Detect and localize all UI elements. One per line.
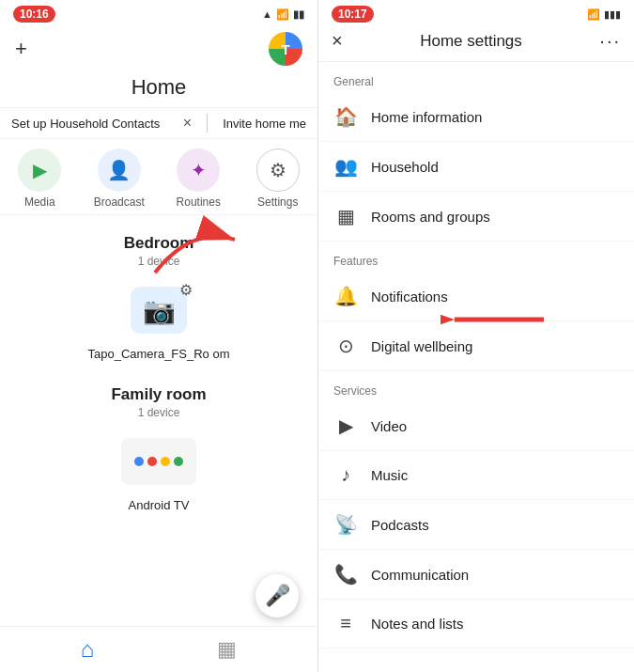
camera-icon: 📷 xyxy=(131,287,187,334)
settings-item-rooms-groups[interactable]: ▦ Rooms and groups xyxy=(318,192,634,242)
settings-item-podcasts[interactable]: 📡 Podcasts xyxy=(318,500,634,550)
battery-icon-right: ▮▮▮ xyxy=(604,8,621,21)
gear-badge-icon: ⚙ xyxy=(179,281,193,299)
communication-icon: 📞 xyxy=(333,563,358,586)
podcasts-text: Podcasts xyxy=(371,517,429,533)
status-icons-right: 📶 ▮▮▮ xyxy=(587,8,621,21)
add-button[interactable]: + xyxy=(15,37,27,61)
content-area: Bedroom 1 device 📷 ⚙ Tapo_Camera_FS_Ro o… xyxy=(0,215,317,626)
mic-fab-button[interactable]: 🎤 xyxy=(255,574,299,617)
music-text: Music xyxy=(371,467,408,483)
banner-close-button[interactable]: × xyxy=(183,115,192,132)
household-icon: 👥 xyxy=(333,155,358,178)
close-button[interactable]: × xyxy=(332,30,343,52)
avatar[interactable]: T xyxy=(269,32,302,66)
settings-item-notes-lists[interactable]: ≡ Notes and lists xyxy=(318,600,634,649)
time-left: 10:16 xyxy=(13,6,55,23)
family-room-title: Family room xyxy=(15,385,302,404)
banner-row: Set up Household Contacts × Invite home … xyxy=(0,107,317,139)
tv-dots xyxy=(134,457,183,466)
settings-item-notifications[interactable]: 🔔 Notifications xyxy=(318,272,634,321)
video-text: Video xyxy=(371,418,407,434)
time-right: 10:17 xyxy=(332,6,374,23)
left-top-header: + T xyxy=(0,26,317,70)
digital-wellbeing-icon: ⊙ xyxy=(333,335,358,357)
status-bar-left: 10:16 ▲ 📶 ▮▮ xyxy=(0,0,317,26)
settings-item-music[interactable]: ♪ Music xyxy=(318,451,634,500)
notifications-icon: 🔔 xyxy=(333,285,358,307)
nav-item-broadcast[interactable]: 👤 Broadcast xyxy=(91,148,147,209)
wifi-icon-right: 📶 xyxy=(587,8,600,21)
settings-list: General 🏠 Home information 👥 Household ▦… xyxy=(318,62,634,672)
battery-icon-left: ▮▮ xyxy=(293,8,304,21)
right-panel: 10:17 📶 ▮▮▮ × Home settings ··· General … xyxy=(317,0,634,672)
nav-item-media[interactable]: ▶ Media xyxy=(11,148,68,209)
settings-item-digital-wellbeing[interactable]: ⊙ Digital wellbeing xyxy=(318,321,634,371)
home-information-icon: 🏠 xyxy=(333,105,358,128)
tv-dot-blue xyxy=(134,457,144,466)
rooms-groups-text: Rooms and groups xyxy=(371,209,490,225)
notes-lists-icon: ≡ xyxy=(333,613,358,634)
tv-dot-red xyxy=(147,457,157,466)
settings-icon-wrap: ⚙ xyxy=(256,148,300,192)
notes-lists-text: Notes and lists xyxy=(371,616,463,632)
settings-item-household[interactable]: 👥 Household xyxy=(318,142,634,192)
bedroom-section: Bedroom 1 device 📷 ⚙ Tapo_Camera_FS_Ro o… xyxy=(0,225,317,376)
settings-item-home-information[interactable]: 🏠 Home information xyxy=(318,92,634,142)
section-label-general: General xyxy=(318,62,634,92)
home-information-text: Home information xyxy=(371,109,482,125)
settings-icon: ⚙ xyxy=(270,159,286,181)
camera-icon-wrap: 📷 ⚙ xyxy=(121,277,196,343)
settings-item-communication[interactable]: 📞 Communication xyxy=(318,550,634,600)
media-icon-wrap: ▶ xyxy=(18,148,61,192)
settings-item-video[interactable]: ▶ Video xyxy=(318,401,634,451)
tv-dot-green xyxy=(174,457,183,466)
notifications-text: Notifications xyxy=(371,289,448,305)
home-title: Home xyxy=(0,70,317,107)
tv-dot-yellow xyxy=(161,457,170,466)
rooms-groups-icon: ▦ xyxy=(333,205,358,227)
nav-item-routines[interactable]: ✦ Routines xyxy=(170,148,226,209)
broadcast-icon-wrap: 👤 xyxy=(98,148,141,192)
invite-text[interactable]: Invite home me xyxy=(223,117,306,131)
broadcast-icon: 👤 xyxy=(107,159,131,181)
camera-device-card: 📷 ⚙ Tapo_Camera_FS_Ro om xyxy=(15,268,302,370)
camera-label: Tapo_Camera_FS_Ro om xyxy=(87,347,229,361)
nav-item-settings[interactable]: ⚙ Settings xyxy=(250,148,306,209)
routines-icon: ✦ xyxy=(191,159,207,181)
broadcast-label: Broadcast xyxy=(94,195,145,209)
camera-body-icon: 📷 xyxy=(143,295,176,326)
bottom-nav-devices[interactable]: ▦ xyxy=(217,637,237,662)
bedroom-device-count: 1 device xyxy=(15,255,302,268)
tv-device-card: Android TV xyxy=(15,419,302,522)
wifi-icon-left: 📶 xyxy=(276,8,289,21)
status-icons-left: ▲ 📶 ▮▮ xyxy=(262,8,304,21)
podcasts-icon: 📡 xyxy=(333,513,358,536)
tv-icon-wrap xyxy=(121,429,196,494)
bottom-nav-home[interactable]: ⌂ xyxy=(81,636,95,663)
more-options-button[interactable]: ··· xyxy=(599,30,621,52)
settings-label: Settings xyxy=(257,195,298,209)
digital-wellbeing-text: Digital wellbeing xyxy=(371,338,472,354)
signal-icon: ▲ xyxy=(262,8,272,20)
banner-text: Set up Household Contacts xyxy=(11,117,174,131)
mic-icon: 🎤 xyxy=(265,584,290,608)
left-panel: 10:16 ▲ 📶 ▮▮ + T Home Set up Household C… xyxy=(0,0,317,672)
nav-icons-row: ▶ Media 👤 Broadcast ✦ Routines ⚙ Setting… xyxy=(0,139,317,215)
routines-icon-wrap: ✦ xyxy=(177,148,220,192)
communication-text: Communication xyxy=(371,567,469,583)
tv-label: Android TV xyxy=(129,498,190,512)
household-text: Household xyxy=(371,159,439,175)
music-icon: ♪ xyxy=(333,464,358,486)
family-room-device-count: 1 device xyxy=(15,406,302,419)
video-icon: ▶ xyxy=(333,414,358,437)
routines-label: Routines xyxy=(177,195,221,209)
status-bar-right: 10:17 📶 ▮▮▮ xyxy=(318,0,634,26)
right-header: × Home settings ··· xyxy=(318,26,634,62)
banner-divider xyxy=(207,114,208,133)
section-label-features: Features xyxy=(318,242,634,272)
bottom-nav: ⌂ ▦ xyxy=(0,626,317,672)
media-icon: ▶ xyxy=(33,159,47,181)
tv-icon xyxy=(121,438,196,485)
bedroom-title: Bedroom xyxy=(15,234,302,253)
